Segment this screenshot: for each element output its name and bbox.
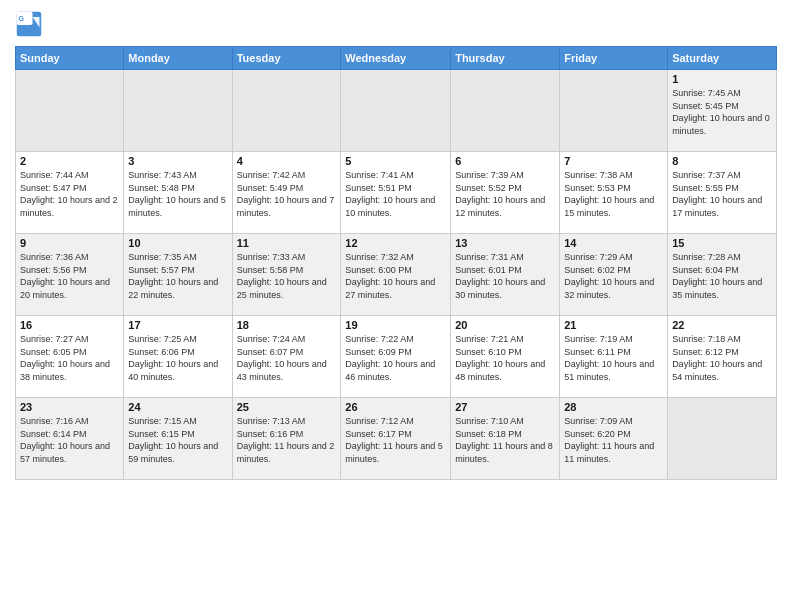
day-header-sunday: Sunday bbox=[16, 47, 124, 70]
calendar-day: 28Sunrise: 7:09 AM Sunset: 6:20 PM Dayli… bbox=[560, 398, 668, 480]
page: G SundayMondayTuesdayWednesdayThursdayFr… bbox=[0, 0, 792, 612]
calendar-day bbox=[341, 70, 451, 152]
calendar-week-row: 2Sunrise: 7:44 AM Sunset: 5:47 PM Daylig… bbox=[16, 152, 777, 234]
day-number: 23 bbox=[20, 401, 119, 413]
calendar-week-row: 16Sunrise: 7:27 AM Sunset: 6:05 PM Dayli… bbox=[16, 316, 777, 398]
day-info: Sunrise: 7:19 AM Sunset: 6:11 PM Dayligh… bbox=[564, 333, 663, 383]
day-info: Sunrise: 7:29 AM Sunset: 6:02 PM Dayligh… bbox=[564, 251, 663, 301]
day-info: Sunrise: 7:22 AM Sunset: 6:09 PM Dayligh… bbox=[345, 333, 446, 383]
calendar-week-row: 9Sunrise: 7:36 AM Sunset: 5:56 PM Daylig… bbox=[16, 234, 777, 316]
calendar-day: 26Sunrise: 7:12 AM Sunset: 6:17 PM Dayli… bbox=[341, 398, 451, 480]
day-number: 26 bbox=[345, 401, 446, 413]
calendar-day: 6Sunrise: 7:39 AM Sunset: 5:52 PM Daylig… bbox=[451, 152, 560, 234]
day-info: Sunrise: 7:24 AM Sunset: 6:07 PM Dayligh… bbox=[237, 333, 337, 383]
calendar-day: 10Sunrise: 7:35 AM Sunset: 5:57 PM Dayli… bbox=[124, 234, 232, 316]
day-number: 28 bbox=[564, 401, 663, 413]
calendar-day: 22Sunrise: 7:18 AM Sunset: 6:12 PM Dayli… bbox=[668, 316, 777, 398]
calendar-week-row: 1Sunrise: 7:45 AM Sunset: 5:45 PM Daylig… bbox=[16, 70, 777, 152]
calendar-day: 15Sunrise: 7:28 AM Sunset: 6:04 PM Dayli… bbox=[668, 234, 777, 316]
day-number: 9 bbox=[20, 237, 119, 249]
calendar-day bbox=[451, 70, 560, 152]
day-info: Sunrise: 7:45 AM Sunset: 5:45 PM Dayligh… bbox=[672, 87, 772, 137]
calendar-day bbox=[232, 70, 341, 152]
calendar-week-row: 23Sunrise: 7:16 AM Sunset: 6:14 PM Dayli… bbox=[16, 398, 777, 480]
calendar-day: 1Sunrise: 7:45 AM Sunset: 5:45 PM Daylig… bbox=[668, 70, 777, 152]
day-header-tuesday: Tuesday bbox=[232, 47, 341, 70]
day-info: Sunrise: 7:38 AM Sunset: 5:53 PM Dayligh… bbox=[564, 169, 663, 219]
calendar-day bbox=[560, 70, 668, 152]
day-info: Sunrise: 7:36 AM Sunset: 5:56 PM Dayligh… bbox=[20, 251, 119, 301]
day-number: 5 bbox=[345, 155, 446, 167]
day-number: 2 bbox=[20, 155, 119, 167]
calendar-day: 18Sunrise: 7:24 AM Sunset: 6:07 PM Dayli… bbox=[232, 316, 341, 398]
day-info: Sunrise: 7:42 AM Sunset: 5:49 PM Dayligh… bbox=[237, 169, 337, 219]
day-number: 12 bbox=[345, 237, 446, 249]
day-header-friday: Friday bbox=[560, 47, 668, 70]
day-info: Sunrise: 7:25 AM Sunset: 6:06 PM Dayligh… bbox=[128, 333, 227, 383]
day-number: 18 bbox=[237, 319, 337, 331]
day-header-thursday: Thursday bbox=[451, 47, 560, 70]
calendar-day bbox=[16, 70, 124, 152]
calendar: SundayMondayTuesdayWednesdayThursdayFrid… bbox=[15, 46, 777, 480]
day-info: Sunrise: 7:13 AM Sunset: 6:16 PM Dayligh… bbox=[237, 415, 337, 465]
day-number: 22 bbox=[672, 319, 772, 331]
calendar-day: 7Sunrise: 7:38 AM Sunset: 5:53 PM Daylig… bbox=[560, 152, 668, 234]
day-number: 7 bbox=[564, 155, 663, 167]
day-info: Sunrise: 7:16 AM Sunset: 6:14 PM Dayligh… bbox=[20, 415, 119, 465]
calendar-day: 14Sunrise: 7:29 AM Sunset: 6:02 PM Dayli… bbox=[560, 234, 668, 316]
calendar-day bbox=[668, 398, 777, 480]
calendar-day: 16Sunrise: 7:27 AM Sunset: 6:05 PM Dayli… bbox=[16, 316, 124, 398]
calendar-day: 2Sunrise: 7:44 AM Sunset: 5:47 PM Daylig… bbox=[16, 152, 124, 234]
day-info: Sunrise: 7:41 AM Sunset: 5:51 PM Dayligh… bbox=[345, 169, 446, 219]
calendar-day: 13Sunrise: 7:31 AM Sunset: 6:01 PM Dayli… bbox=[451, 234, 560, 316]
logo-icon: G bbox=[15, 10, 43, 38]
day-info: Sunrise: 7:27 AM Sunset: 6:05 PM Dayligh… bbox=[20, 333, 119, 383]
day-number: 8 bbox=[672, 155, 772, 167]
calendar-day: 20Sunrise: 7:21 AM Sunset: 6:10 PM Dayli… bbox=[451, 316, 560, 398]
day-number: 16 bbox=[20, 319, 119, 331]
day-number: 19 bbox=[345, 319, 446, 331]
day-info: Sunrise: 7:10 AM Sunset: 6:18 PM Dayligh… bbox=[455, 415, 555, 465]
calendar-day: 8Sunrise: 7:37 AM Sunset: 5:55 PM Daylig… bbox=[668, 152, 777, 234]
day-number: 11 bbox=[237, 237, 337, 249]
day-number: 4 bbox=[237, 155, 337, 167]
calendar-day: 11Sunrise: 7:33 AM Sunset: 5:58 PM Dayli… bbox=[232, 234, 341, 316]
day-info: Sunrise: 7:15 AM Sunset: 6:15 PM Dayligh… bbox=[128, 415, 227, 465]
day-number: 10 bbox=[128, 237, 227, 249]
day-number: 15 bbox=[672, 237, 772, 249]
day-info: Sunrise: 7:37 AM Sunset: 5:55 PM Dayligh… bbox=[672, 169, 772, 219]
calendar-day: 17Sunrise: 7:25 AM Sunset: 6:06 PM Dayli… bbox=[124, 316, 232, 398]
day-header-monday: Monday bbox=[124, 47, 232, 70]
day-number: 25 bbox=[237, 401, 337, 413]
calendar-day: 25Sunrise: 7:13 AM Sunset: 6:16 PM Dayli… bbox=[232, 398, 341, 480]
day-info: Sunrise: 7:32 AM Sunset: 6:00 PM Dayligh… bbox=[345, 251, 446, 301]
day-number: 20 bbox=[455, 319, 555, 331]
day-number: 21 bbox=[564, 319, 663, 331]
header: G bbox=[15, 10, 777, 38]
day-info: Sunrise: 7:09 AM Sunset: 6:20 PM Dayligh… bbox=[564, 415, 663, 465]
svg-text:G: G bbox=[19, 15, 25, 22]
logo: G bbox=[15, 10, 47, 38]
day-header-saturday: Saturday bbox=[668, 47, 777, 70]
calendar-day: 23Sunrise: 7:16 AM Sunset: 6:14 PM Dayli… bbox=[16, 398, 124, 480]
calendar-day: 19Sunrise: 7:22 AM Sunset: 6:09 PM Dayli… bbox=[341, 316, 451, 398]
day-info: Sunrise: 7:21 AM Sunset: 6:10 PM Dayligh… bbox=[455, 333, 555, 383]
day-number: 24 bbox=[128, 401, 227, 413]
calendar-day: 21Sunrise: 7:19 AM Sunset: 6:11 PM Dayli… bbox=[560, 316, 668, 398]
calendar-day: 3Sunrise: 7:43 AM Sunset: 5:48 PM Daylig… bbox=[124, 152, 232, 234]
day-number: 13 bbox=[455, 237, 555, 249]
day-number: 17 bbox=[128, 319, 227, 331]
day-info: Sunrise: 7:31 AM Sunset: 6:01 PM Dayligh… bbox=[455, 251, 555, 301]
day-number: 6 bbox=[455, 155, 555, 167]
day-info: Sunrise: 7:39 AM Sunset: 5:52 PM Dayligh… bbox=[455, 169, 555, 219]
day-header-wednesday: Wednesday bbox=[341, 47, 451, 70]
day-number: 3 bbox=[128, 155, 227, 167]
day-info: Sunrise: 7:43 AM Sunset: 5:48 PM Dayligh… bbox=[128, 169, 227, 219]
calendar-day: 27Sunrise: 7:10 AM Sunset: 6:18 PM Dayli… bbox=[451, 398, 560, 480]
day-info: Sunrise: 7:28 AM Sunset: 6:04 PM Dayligh… bbox=[672, 251, 772, 301]
day-info: Sunrise: 7:18 AM Sunset: 6:12 PM Dayligh… bbox=[672, 333, 772, 383]
day-number: 14 bbox=[564, 237, 663, 249]
day-info: Sunrise: 7:33 AM Sunset: 5:58 PM Dayligh… bbox=[237, 251, 337, 301]
calendar-day: 9Sunrise: 7:36 AM Sunset: 5:56 PM Daylig… bbox=[16, 234, 124, 316]
day-number: 1 bbox=[672, 73, 772, 85]
